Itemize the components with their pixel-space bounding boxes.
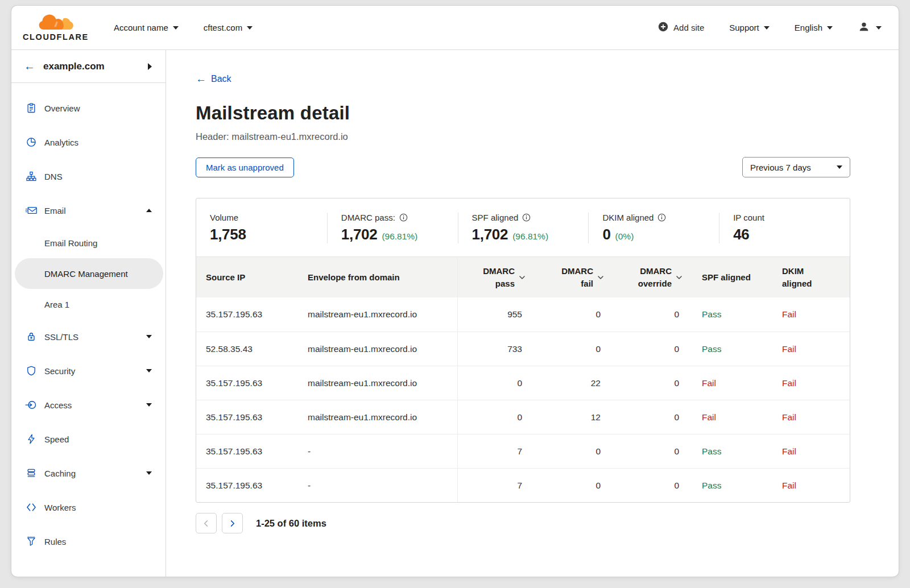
chevron-up-icon <box>146 209 152 212</box>
stat-card: IP count46 <box>719 213 850 243</box>
sidebar-item-workers[interactable]: Workers <box>11 490 166 524</box>
sidebar-item-dmarc-management[interactable]: DMARC Management <box>15 258 163 289</box>
table-body: 35.157.195.63mailstream-eu1.mxrecord.io9… <box>196 297 850 502</box>
source-ip-cell: 35.157.195.63 <box>196 297 299 332</box>
envelope-domain-cell: mailstream-eu1.mxrecord.io <box>299 366 458 400</box>
stat-value: 1,758 <box>210 226 246 243</box>
dkim-aligned-cell: Fail <box>774 400 850 434</box>
stat-label: SPF aligned <box>472 213 519 222</box>
dkim-aligned-cell: Fail <box>774 297 850 332</box>
sidebar-item-label: Area 1 <box>44 300 69 309</box>
dmarc-override-cell: 0 <box>605 469 683 502</box>
stat-value: 0 <box>602 226 610 243</box>
sidebar-item-area-1[interactable]: Area 1 <box>11 289 166 320</box>
chevron-down-icon <box>837 165 842 169</box>
chevron-right-icon[interactable] <box>148 63 152 70</box>
sidebar-item-label: Workers <box>44 503 76 512</box>
mailstream-panel: Volume1,758DMARC pass:1,702(96.81%)SPF a… <box>196 198 850 503</box>
column-header-label: DMARC <box>483 265 515 278</box>
date-range-select[interactable]: Previous 7 days <box>742 157 850 177</box>
support-label: Support <box>729 23 759 32</box>
source-ip-cell: 35.157.195.63 <box>196 434 299 468</box>
user-menu[interactable] <box>858 20 882 35</box>
sidebar-item-ssl-tls[interactable]: SSL/TLS <box>11 320 166 354</box>
spf-aligned-cell: Pass <box>683 297 774 332</box>
sidebar-item-security[interactable]: Security <box>11 354 166 388</box>
sidebar-item-label: DNS <box>44 172 63 181</box>
stat-percentage: (0%) <box>615 231 634 242</box>
sidebar-item-label: DMARC Management <box>44 269 128 279</box>
source-ip-cell: 35.157.195.63 <box>196 400 299 434</box>
sidebar-item-dns[interactable]: DNS <box>11 159 166 193</box>
chevron-left-icon <box>202 520 210 527</box>
chevron-down-icon <box>146 403 152 407</box>
table-row: 35.157.195.63mailstream-eu1.mxrecord.io0… <box>196 366 850 400</box>
column-header-dmarc-override[interactable]: DMARCoverride <box>605 257 683 297</box>
caching-icon <box>25 467 38 479</box>
table-row: 52.58.35.43mailstream-eu1.mxrecord.io733… <box>196 332 850 366</box>
spf-aligned-cell: Pass <box>683 469 774 502</box>
sidebar-item-email-routing[interactable]: Email Routing <box>11 227 166 258</box>
sidebar: ← example.com OverviewAnalyticsDNSEmailE… <box>11 50 166 577</box>
back-link[interactable]: ← Back <box>196 73 231 85</box>
column-header-label: DMARC <box>561 265 593 278</box>
info-icon[interactable] <box>522 213 531 222</box>
account-menu[interactable]: Account name <box>114 23 179 32</box>
date-range-value: Previous 7 days <box>750 163 811 172</box>
language-menu[interactable]: English <box>795 23 833 32</box>
dkim-aligned-cell: Fail <box>774 332 850 366</box>
cloudflare-logo[interactable]: CLOUDFLARE <box>23 14 89 42</box>
lock-icon <box>25 330 38 343</box>
sidebar-item-email[interactable]: Email <box>11 193 166 227</box>
back-link-label: Back <box>211 74 231 84</box>
sidebar-item-speed[interactable]: Speed <box>11 422 166 456</box>
sort-chevron-icon <box>518 274 526 281</box>
back-arrow-icon[interactable]: ← <box>24 60 35 73</box>
column-header-label: aligned <box>782 278 812 290</box>
bolt-icon <box>25 433 38 445</box>
info-icon[interactable] <box>399 213 408 222</box>
sidebar-item-label: Access <box>44 400 72 410</box>
add-site-button[interactable]: Add site <box>658 22 704 34</box>
dkim-aligned-cell: Fail <box>774 434 850 468</box>
dmarc-fail-cell: 22 <box>526 366 605 400</box>
stat-label: DKIM aligned <box>602 213 653 222</box>
stats-row: Volume1,758DMARC pass:1,702(96.81%)SPF a… <box>196 198 850 256</box>
next-page-button[interactable] <box>222 513 243 533</box>
sidebar-item-rules[interactable]: Rules <box>11 524 166 558</box>
dmarc-fail-cell: 0 <box>526 297 605 332</box>
spf-aligned-cell: Pass <box>683 332 774 366</box>
stat-card: DKIM aligned0(0%) <box>588 213 719 243</box>
sidebar-item-overview[interactable]: Overview <box>11 91 166 125</box>
top-nav-right: Add site Support English <box>658 20 882 35</box>
site-header[interactable]: ← example.com <box>11 50 166 83</box>
mark-unapproved-button[interactable]: Mark as unapproved <box>196 158 294 177</box>
column-header-label: DKIM <box>782 265 812 278</box>
sidebar-item-access[interactable]: Access <box>11 388 166 422</box>
table-row: 35.157.195.63mailstream-eu1.mxrecord.io0… <box>196 400 850 434</box>
site-menu[interactable]: cftest.com <box>204 23 253 32</box>
column-header-label: override <box>638 278 672 290</box>
chevron-down-icon <box>146 335 152 338</box>
table-header: Source IPEnvelope from domainDMARCpassDM… <box>196 256 850 297</box>
support-menu[interactable]: Support <box>729 23 770 32</box>
dkim-aligned-cell: Fail <box>774 469 850 502</box>
stat-card: DMARC pass:1,702(96.81%) <box>327 213 458 243</box>
spf-aligned-cell: Pass <box>683 434 774 468</box>
stat-card: SPF aligned1,702(96.81%) <box>458 213 589 243</box>
envelope-domain-cell: mailstream-eu1.mxrecord.io <box>299 332 458 366</box>
dns-icon <box>25 170 38 183</box>
previous-page-button[interactable] <box>196 513 217 533</box>
sidebar-item-caching[interactable]: Caching <box>11 456 166 490</box>
chevron-down-icon <box>146 471 152 475</box>
column-header-dmarc-fail[interactable]: DMARCfail <box>526 257 605 297</box>
info-icon[interactable] <box>657 213 666 222</box>
sidebar-item-label: Rules <box>44 537 66 546</box>
stat-label: IP count <box>733 213 764 222</box>
sidebar-item-analytics[interactable]: Analytics <box>11 125 166 159</box>
site-menu-label: cftest.com <box>204 23 242 32</box>
dmarc-override-cell: 0 <box>605 400 683 434</box>
chevron-down-icon <box>827 26 833 30</box>
analytics-icon <box>25 136 38 148</box>
column-header-dmarc-pass[interactable]: DMARCpass <box>458 257 526 297</box>
